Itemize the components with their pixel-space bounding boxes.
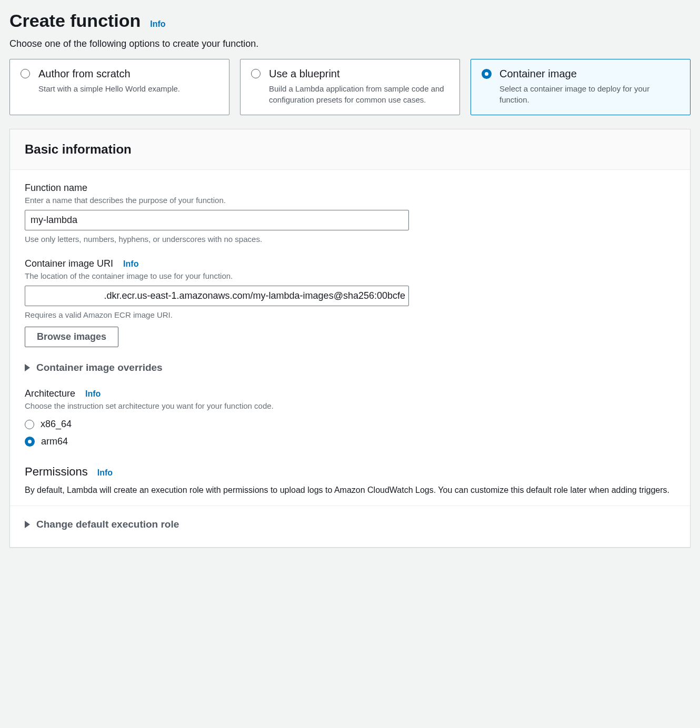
function-name-desc: Enter a name that describes the purpose … bbox=[25, 196, 675, 205]
radio-label: x86_64 bbox=[41, 419, 72, 430]
option-use-blueprint[interactable]: Use a blueprint Build a Lambda applicati… bbox=[240, 59, 460, 115]
change-execution-role-toggle[interactable]: Change default execution role bbox=[25, 519, 675, 530]
section-title: Basic information bbox=[25, 142, 675, 157]
container-overrides-title: Container image overrides bbox=[36, 362, 163, 373]
info-link-architecture[interactable]: Info bbox=[85, 389, 101, 398]
function-name-field: Function name Enter a name that describe… bbox=[25, 183, 675, 244]
radio-icon bbox=[251, 69, 261, 78]
container-uri-input[interactable] bbox=[25, 286, 409, 306]
option-author-from-scratch[interactable]: Author from scratch Start with a simple … bbox=[9, 59, 229, 115]
radio-icon bbox=[21, 69, 30, 78]
page-subtitle: Choose one of the following options to c… bbox=[9, 38, 691, 49]
container-image-overrides-toggle[interactable]: Container image overrides bbox=[25, 362, 675, 373]
option-title: Use a blueprint bbox=[269, 68, 449, 80]
change-role-title: Change default execution role bbox=[36, 519, 179, 530]
option-title: Author from scratch bbox=[38, 68, 218, 80]
page-title: Create function bbox=[9, 11, 141, 31]
page-header: Create function Info Choose one of the f… bbox=[9, 11, 691, 49]
caret-right-icon bbox=[25, 364, 30, 371]
info-link-container-uri[interactable]: Info bbox=[123, 259, 138, 268]
caret-right-icon bbox=[25, 521, 30, 528]
option-desc: Start with a simple Hello World example. bbox=[38, 83, 218, 94]
option-desc: Build a Lambda application from sample c… bbox=[269, 83, 449, 105]
radio-icon bbox=[482, 69, 492, 79]
architecture-field: Architecture Info Choose the instruction… bbox=[25, 388, 675, 450]
option-container-image[interactable]: Container image Select a container image… bbox=[471, 59, 691, 115]
creation-options: Author from scratch Start with a simple … bbox=[9, 59, 691, 115]
info-link-header[interactable]: Info bbox=[150, 19, 165, 28]
architecture-radio-group: x86_64 arm64 bbox=[25, 416, 675, 450]
container-uri-field: Container image URI Info The location of… bbox=[25, 258, 675, 347]
radio-label: arm64 bbox=[41, 436, 68, 447]
function-name-label: Function name bbox=[25, 183, 675, 194]
divider bbox=[10, 505, 690, 506]
container-uri-label-text: Container image URI bbox=[25, 258, 113, 269]
architecture-option-arm64[interactable]: arm64 bbox=[25, 433, 675, 450]
permissions-desc: By default, Lambda will create an execut… bbox=[25, 484, 675, 496]
architecture-desc: Choose the instruction set architecture … bbox=[25, 401, 675, 410]
option-title: Container image bbox=[499, 68, 679, 80]
radio-icon bbox=[25, 437, 35, 447]
function-name-input[interactable] bbox=[25, 210, 409, 230]
panel-header: Basic information bbox=[10, 129, 690, 170]
architecture-label: Architecture Info bbox=[25, 388, 675, 399]
option-desc: Select a container image to deploy for y… bbox=[499, 83, 679, 105]
container-uri-help: Requires a valid Amazon ECR image URI. bbox=[25, 310, 675, 319]
browse-images-button[interactable]: Browse images bbox=[25, 327, 118, 347]
container-uri-desc: The location of the container image to u… bbox=[25, 271, 675, 280]
architecture-label-text: Architecture bbox=[25, 388, 75, 399]
permissions-title: Permissions bbox=[25, 465, 88, 479]
function-name-help: Use only letters, numbers, hyphens, or u… bbox=[25, 235, 675, 244]
architecture-option-x86-64[interactable]: x86_64 bbox=[25, 416, 675, 433]
info-link-permissions[interactable]: Info bbox=[97, 468, 113, 477]
radio-icon bbox=[25, 420, 34, 429]
permissions-field: Permissions Info By default, Lambda will… bbox=[25, 465, 675, 496]
basic-information-panel: Basic information Function name Enter a … bbox=[9, 129, 691, 548]
container-uri-label: Container image URI Info bbox=[25, 258, 675, 269]
